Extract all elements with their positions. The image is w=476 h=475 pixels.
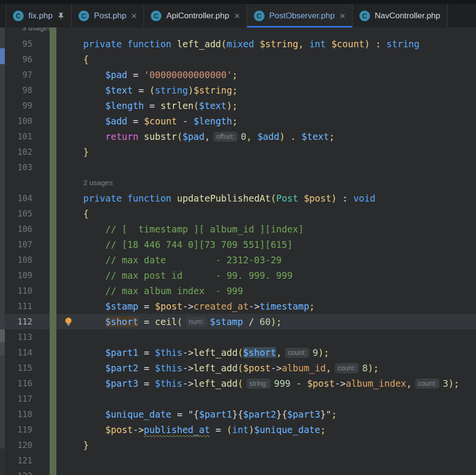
- code-line[interactable]: 107 // [18 446 744 0][73 709 551][615]: [0, 237, 476, 252]
- code-line[interactable]: 108 // max date - 2312-03-29: [0, 252, 476, 268]
- code-line[interactable]: 116 $part3 = $this->left_add(string:999 …: [0, 376, 476, 391]
- code-line[interactable]: 122: [0, 468, 476, 475]
- code-line[interactable]: 105 {: [0, 206, 476, 221]
- line-number[interactable]: 102: [5, 144, 32, 160]
- code-line[interactable]: 118 $unique_date = "{$part1}{$part2}{$pa…: [0, 407, 476, 422]
- code-line[interactable]: 119 $post->published_at = (int)$unique_d…: [0, 422, 476, 437]
- line-number[interactable]: 118: [5, 407, 32, 422]
- close-icon[interactable]: [340, 13, 345, 19]
- usages-hint-row[interactable]: 2 usages: [0, 175, 476, 190]
- code-text: private function left_add(mixed $string,…: [61, 36, 476, 52]
- usages-hint-row[interactable]: 3 usages: [0, 27, 476, 36]
- code-line[interactable]: 95 private function left_add(mixed $stri…: [0, 36, 476, 52]
- code-text: [61, 453, 476, 468]
- gutter: [32, 129, 61, 144]
- code-lines: 3 usages95 private function left_add(mix…: [0, 27, 476, 475]
- tab-label: ApiController.php: [166, 11, 229, 21]
- line-number[interactable]: 105: [5, 206, 32, 221]
- gutter: [32, 437, 61, 453]
- close-icon[interactable]: [234, 13, 240, 19]
- line-number[interactable]: 112: [5, 314, 32, 329]
- line-number[interactable]: 103: [5, 160, 32, 175]
- code-text: $part1 = $this->left_add($short,count:9)…: [61, 345, 476, 360]
- inlay-hint: count:: [335, 363, 359, 373]
- line-number[interactable]: 100: [5, 113, 32, 129]
- line-number[interactable]: 101: [5, 129, 32, 144]
- gutter: [32, 113, 61, 129]
- line-number[interactable]: 110: [5, 283, 32, 299]
- line-number[interactable]: 106: [5, 221, 32, 237]
- code-line[interactable]: 120 }: [0, 437, 476, 453]
- close-icon[interactable]: [131, 13, 137, 19]
- php-class-icon: C: [359, 11, 370, 21]
- code-line[interactable]: 97 $pad = '00000000000000';: [0, 67, 476, 82]
- code-text: $part2 = $this->left_add($post->album_id…: [61, 360, 476, 376]
- code-line[interactable]: 101 return substr($pad,offset:0, $add) .…: [0, 129, 476, 144]
- line-number[interactable]: 119: [5, 422, 32, 437]
- gutter: [32, 376, 61, 391]
- code-text: $short = ceil(num:$stamp / 60);: [61, 314, 476, 329]
- code-line[interactable]: 111 $stamp = $post->created_at->timestam…: [0, 299, 476, 314]
- pin-icon[interactable]: [57, 12, 65, 20]
- active-tab-underline: [247, 26, 352, 27]
- gutter: [32, 360, 61, 376]
- code-line[interactable]: 113: [0, 329, 476, 345]
- line-number[interactable]: 107: [5, 237, 32, 252]
- code-text: // max post id - 99. 999. 999: [61, 268, 476, 283]
- code-line[interactable]: 112 $short = ceil(num:$stamp / 60);: [0, 314, 476, 329]
- line-number[interactable]: 116: [5, 376, 32, 391]
- line-number[interactable]: 109: [5, 268, 32, 283]
- inlay-hint: offset:: [213, 132, 238, 142]
- gutter: [32, 252, 61, 268]
- line-number[interactable]: 96: [5, 52, 32, 67]
- line-number[interactable]: 95: [5, 36, 32, 52]
- gutter: [32, 314, 61, 329]
- tab-post-php[interactable]: CPost.php: [72, 4, 144, 27]
- code-line[interactable]: 106 // [ timestamp ][ album_id ][index]: [0, 221, 476, 237]
- code-text: return substr($pad,offset:0, $add) . $te…: [61, 129, 476, 144]
- tab-navcontroller-php[interactable]: CNavController.php: [353, 4, 448, 27]
- usages-hint[interactable]: 2 usages: [83, 175, 113, 190]
- code-line[interactable]: 109 // max post id - 99. 999. 999: [0, 268, 476, 283]
- intention-bulb-icon[interactable]: [64, 317, 73, 326]
- code-line[interactable]: 104 private function updatePublishedAt(P…: [0, 190, 476, 206]
- line-number[interactable]: 122: [5, 468, 32, 475]
- code-line[interactable]: 115 $part2 = $this->left_add($post->albu…: [0, 360, 476, 376]
- line-number[interactable]: [5, 175, 32, 190]
- code-line[interactable]: 114 $part1 = $this->left_add($short,coun…: [0, 345, 476, 360]
- line-number[interactable]: 98: [5, 82, 32, 98]
- code-line[interactable]: 117: [0, 391, 476, 407]
- line-number[interactable]: 104: [5, 190, 32, 206]
- line-number[interactable]: 117: [5, 391, 32, 407]
- code-line[interactable]: 103: [0, 160, 476, 175]
- line-number[interactable]: 115: [5, 360, 32, 376]
- line-number[interactable]: 97: [5, 67, 32, 82]
- php-class-icon: C: [254, 11, 264, 21]
- line-number[interactable]: [5, 27, 32, 36]
- code-line[interactable]: 98 $text = (string)$string;: [0, 82, 476, 98]
- gutter: [32, 206, 61, 221]
- tab-label: PostObserver.php: [269, 11, 335, 21]
- gutter: [32, 407, 61, 422]
- line-number[interactable]: 108: [5, 252, 32, 268]
- line-number[interactable]: 111: [5, 299, 32, 314]
- gutter: [32, 283, 61, 299]
- gutter: [32, 268, 61, 283]
- code-line[interactable]: 102 }: [0, 144, 476, 160]
- code-line[interactable]: 99 $length = strlen($text);: [0, 98, 476, 113]
- code-line[interactable]: 110 // max album index - 999: [0, 283, 476, 299]
- code-line[interactable]: 121: [0, 453, 476, 468]
- tab-apicontroller-php[interactable]: CApiController.php: [144, 4, 247, 27]
- tab-label: fix.php: [28, 11, 53, 21]
- code-line[interactable]: 96 {: [0, 52, 476, 67]
- code-line[interactable]: 100 $add = $count - $length;: [0, 113, 476, 129]
- gutter: [32, 453, 61, 468]
- line-number[interactable]: 99: [5, 98, 32, 113]
- line-number[interactable]: 120: [5, 437, 32, 453]
- line-number[interactable]: 113: [5, 329, 32, 345]
- gutter: [32, 175, 61, 190]
- tab-postobserver-php[interactable]: CPostObserver.php: [247, 4, 353, 27]
- line-number[interactable]: 114: [5, 345, 32, 360]
- line-number[interactable]: 121: [5, 453, 32, 468]
- tab-fix-php[interactable]: Cfix.php: [6, 4, 72, 27]
